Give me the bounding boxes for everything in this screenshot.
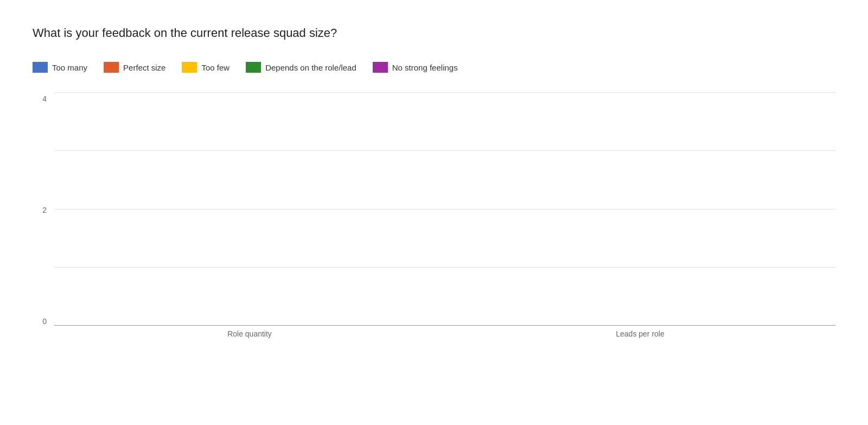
x-label-role-quantity: Role quantity (54, 329, 445, 338)
legend-item-depends: Depends on the role/lead (246, 62, 356, 73)
legend-label-perfect-size: Perfect size (123, 63, 165, 72)
x-axis-labels: Role quantityLeads per role (54, 326, 835, 342)
chart-container: What is your feedback on the current rel… (0, 0, 868, 425)
legend-color-perfect-size (104, 62, 119, 73)
chart-title: What is your feedback on the current rel… (33, 26, 835, 40)
legend-item-no-strong: No strong feelings (373, 62, 458, 73)
legend-label-depends: Depends on the role/lead (265, 63, 356, 72)
y-label-0: 0 (42, 317, 47, 326)
legend-label-no-strong: No strong feelings (392, 63, 458, 72)
legend-label-too-few: Too few (201, 63, 229, 72)
y-label-4: 4 (42, 94, 47, 103)
legend-color-too-many (33, 62, 48, 73)
y-label-2: 2 (42, 206, 47, 214)
legend-item-too-many: Too many (33, 62, 87, 73)
legend-item-too-few: Too few (182, 62, 229, 73)
legend: Too many Perfect size Too few Depends on… (33, 62, 835, 73)
y-axis: 420 (33, 92, 54, 342)
x-label-leads-per-role: Leads per role (445, 329, 835, 338)
legend-item-perfect-size: Perfect size (104, 62, 165, 73)
legend-color-no-strong (373, 62, 388, 73)
legend-color-too-few (182, 62, 197, 73)
plot-area: Role quantityLeads per role (54, 92, 835, 342)
legend-label-too-many: Too many (52, 63, 87, 72)
chart-area: 420 Role quantityLeads per role (33, 92, 835, 342)
bars-section (54, 92, 835, 326)
legend-color-depends (246, 62, 261, 73)
